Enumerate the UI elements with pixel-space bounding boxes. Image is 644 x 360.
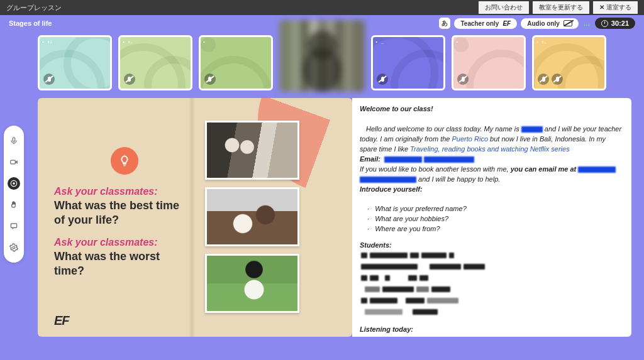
notes-question-from: · Where are you from? bbox=[367, 224, 624, 234]
teacher-only-label: Teacher only bbox=[460, 20, 499, 27]
teacher-only-pill[interactable]: Teacher only EF bbox=[454, 18, 517, 29]
slides-tool-button[interactable] bbox=[8, 177, 20, 190]
audio-only-pill[interactable]: Audio only bbox=[521, 18, 579, 29]
notes-listening-heading: Listening today: bbox=[360, 325, 624, 335]
notes-intro-text: Hello and welcome to our class today. My… bbox=[360, 125, 621, 153]
mic-muted-icon bbox=[124, 74, 135, 85]
notes-introduce-yourself: Introduce yourself: bbox=[360, 185, 624, 195]
participant-tile[interactable]: • bbox=[452, 35, 526, 90]
timer-value: 30:21 bbox=[611, 19, 629, 27]
svg-rect-0 bbox=[13, 138, 15, 141]
mic-tool-button[interactable] bbox=[8, 134, 20, 147]
ef-mark-icon: EF bbox=[502, 20, 511, 27]
camera-tool-button[interactable] bbox=[8, 156, 20, 168]
slide-question-2: What was the worst time? bbox=[54, 249, 184, 279]
participant-tile[interactable]: • _ bbox=[371, 35, 445, 90]
window-top-bar: グループレッスン お問い合わせ 教室を更新する 退室する bbox=[0, 0, 644, 15]
chat-tool-button[interactable] bbox=[8, 220, 20, 232]
live-indicator: … bbox=[584, 20, 590, 27]
teacher-video-tile[interactable] bbox=[279, 20, 365, 92]
lesson-slide: Ask your classmates: What was the best t… bbox=[38, 98, 352, 337]
participant-tile[interactable]: • ı. bbox=[532, 35, 606, 90]
slide-prompt-2: Ask your classmates: bbox=[54, 237, 184, 248]
leave-room-button[interactable]: 退室する bbox=[593, 1, 638, 14]
lightbulb-icon bbox=[111, 147, 138, 175]
mic-muted-icon bbox=[204, 74, 216, 85]
content-area: Ask your classmates: What was the best t… bbox=[0, 94, 644, 341]
window-title: グループレッスン bbox=[6, 3, 479, 13]
mic-muted-icon bbox=[538, 74, 549, 85]
notes-email-line: Email: bbox=[360, 155, 624, 165]
camera-off-icon bbox=[552, 74, 563, 85]
teacher-notes-panel[interactable]: Welcome to our class! Hello and welcome … bbox=[352, 98, 631, 337]
participant-video-row: • ıl • ı. • • _ • • ı. bbox=[0, 31, 644, 94]
lesson-title: Stages of life bbox=[9, 19, 52, 27]
notes-students-heading: Students: bbox=[360, 241, 624, 251]
raise-hand-tool-button[interactable] bbox=[8, 199, 20, 211]
notes-question-name: · What is your preferred name? bbox=[367, 204, 624, 214]
clock-icon bbox=[601, 20, 608, 27]
slide-question-1: What was the best time of your life? bbox=[54, 199, 184, 228]
slide-photo-elderly-couple bbox=[205, 121, 299, 180]
notes-welcome-title: Welcome to our class! bbox=[360, 104, 624, 114]
contact-button[interactable]: お問い合わせ bbox=[479, 1, 529, 14]
settings-tool-button[interactable] bbox=[8, 241, 20, 254]
participant-tile[interactable]: • bbox=[199, 35, 273, 90]
class-timer: 30:21 bbox=[595, 18, 635, 29]
notes-booking-line: If you would like to book another lesson… bbox=[360, 165, 624, 185]
left-toolbar bbox=[4, 126, 24, 263]
slide-photo-wedding bbox=[205, 187, 299, 246]
notes-question-hobbies: · What are your hobbies? bbox=[367, 214, 624, 224]
no-video-icon bbox=[564, 20, 572, 26]
svg-rect-1 bbox=[11, 160, 16, 164]
svg-point-5 bbox=[13, 246, 15, 249]
refresh-classroom-button[interactable]: 教室を更新する bbox=[533, 1, 589, 14]
students-redacted-list bbox=[360, 252, 624, 319]
audio-only-label: Audio only bbox=[527, 20, 560, 27]
language-toggle-icon[interactable]: あ bbox=[439, 18, 450, 29]
participant-tile[interactable]: • ıl bbox=[38, 35, 112, 90]
slide-prompt-1: Ask your classmates: bbox=[54, 186, 184, 197]
svg-point-3 bbox=[13, 183, 14, 184]
participant-tile[interactable]: • ı. bbox=[118, 35, 192, 90]
slide-photo-graduation bbox=[205, 254, 299, 313]
mic-muted-icon bbox=[43, 74, 55, 85]
svg-rect-4 bbox=[11, 224, 16, 227]
ef-logo: EF bbox=[54, 314, 69, 328]
